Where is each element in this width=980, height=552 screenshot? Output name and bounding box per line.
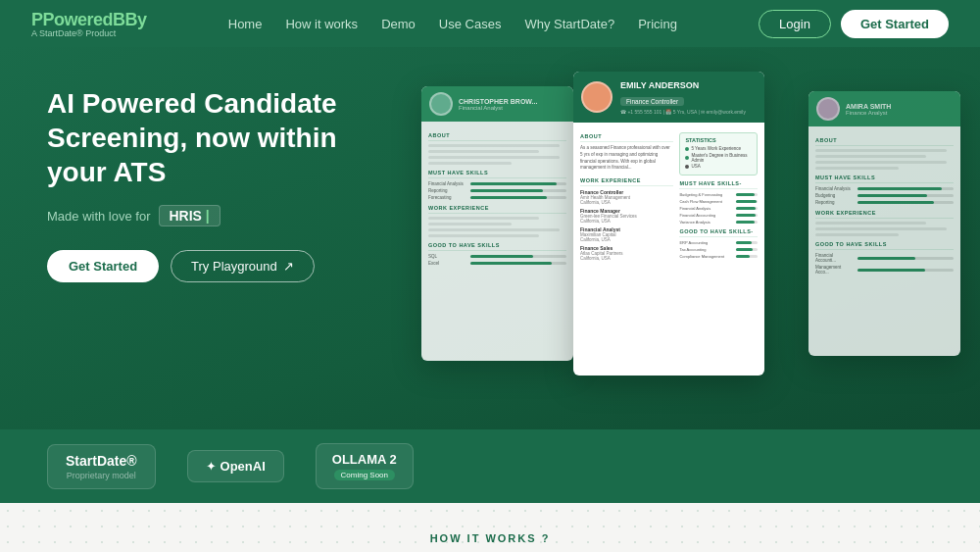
hero-left: AI Powered Candidate Screening, now with… — [47, 86, 380, 282]
avatar-right — [816, 97, 840, 121]
resume-header-center: EMILY ANDERSON Finance Controller ☎ +1 5… — [573, 72, 764, 123]
nav-home[interactable]: Home — [228, 17, 263, 31]
logo-subtitle: A StartDate® Product — [31, 28, 147, 38]
partner-startdate: StartDate® Proprietary model — [47, 444, 156, 489]
nav-links: Home How it works Demo Use Cases Why Sta… — [228, 17, 677, 31]
resume-name-left: CHRISTOPHER BROW... — [459, 98, 537, 105]
how-it-works-section: HOW IT WORKS ? Integrate our API in thre… — [0, 503, 980, 552]
resume-card-center: EMILY ANDERSON Finance Controller ☎ +1 5… — [573, 72, 764, 376]
hero-section: AI Powered Candidate Screening, now with… — [0, 47, 980, 429]
made-with-love: Made with love for HRIS | — [47, 205, 380, 226]
hero-title: AI Powered Candidate Screening, now with… — [47, 86, 380, 189]
resume-body-right: About Must have Skills Financial Analysi… — [808, 126, 960, 282]
resume-card-right: AMIRA SMITH Finance Analyst About Must h… — [808, 91, 960, 356]
nav-use-cases[interactable]: Use Cases — [439, 17, 502, 31]
partner-llama: OLLAMA 2 Coming Soon — [316, 443, 414, 489]
resume-role-right: Finance Analyst — [846, 110, 891, 116]
login-button[interactable]: Login — [759, 10, 831, 38]
how-label: HOW IT WORKS ? — [430, 532, 551, 544]
resume-body-left: About Must Have Skills Financial Analysi… — [421, 122, 573, 274]
resume-name-right: AMIRA SMITH — [846, 103, 891, 110]
dot-pattern-bg — [0, 503, 980, 552]
center-name: EMILY ANDERSON — [620, 80, 746, 90]
stats-box: STATISTICS 5 Years Work Experience Maste… — [679, 132, 758, 176]
avatar-left — [429, 92, 453, 116]
arrow-icon: ↗ — [283, 259, 294, 274]
hero-visuals: CHRISTOPHER BROW... Financial Analyst Ab… — [392, 67, 980, 429]
resume-header-right: AMIRA SMITH Finance Analyst — [808, 91, 960, 126]
get-started-hero-button[interactable]: Get Started — [47, 250, 159, 282]
resume-role-left: Financial Analyst — [459, 105, 537, 111]
partner-openai: ✦ OpenAI — [187, 450, 284, 482]
nav-demo[interactable]: Demo — [381, 17, 416, 31]
logo-text: PPoweredBBy — [31, 10, 147, 30]
center-role: Finance Controller — [620, 97, 684, 106]
avatar-center — [581, 81, 612, 113]
center-contact: ☎ +1 555 555 101 | 📅 5 Yrs, USA | ✉ emil… — [620, 109, 746, 115]
nav-actions: Login Get Started — [759, 10, 949, 38]
nav-pricing[interactable]: Pricing — [638, 17, 677, 31]
logo-area: PPoweredBBy A StartDate® Product — [31, 10, 147, 38]
hris-badge: HRIS | — [159, 205, 220, 226]
partners-bar: StartDate® Proprietary model ✦ OpenAI OL… — [0, 429, 980, 503]
hero-buttons: Get Started Try Playground ↗ — [47, 250, 380, 282]
try-playground-button[interactable]: Try Playground ↗ — [171, 250, 315, 282]
resume-header-left: CHRISTOPHER BROW... Financial Analyst — [421, 86, 573, 122]
navbar: PPoweredBBy A StartDate® Product Home Ho… — [0, 0, 980, 47]
nav-how-it-works[interactable]: How it works — [285, 17, 358, 31]
resume-card-left: CHRISTOPHER BROW... Financial Analyst Ab… — [421, 86, 573, 361]
nav-why[interactable]: Why StartDate? — [524, 17, 614, 31]
resume-body-center: About As a seasoned Finance professional… — [573, 123, 764, 267]
get-started-nav-button[interactable]: Get Started — [841, 10, 949, 38]
